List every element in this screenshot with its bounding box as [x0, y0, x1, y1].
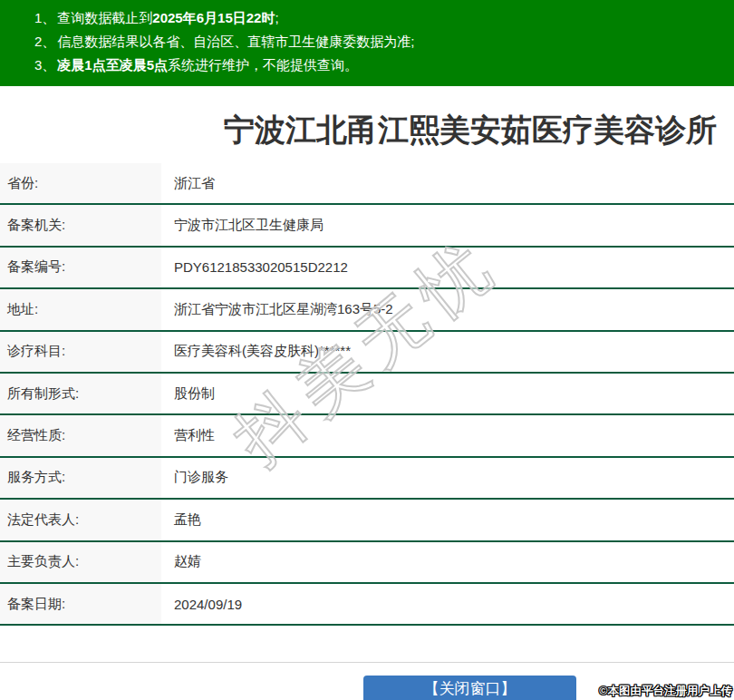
table-row: 诊疗科目:医疗美容科(美容皮肤科)****** — [0, 332, 734, 374]
table-row: 法定代表人:孟艳 — [0, 500, 734, 541]
table-row: 服务方式:门诊服务 — [0, 458, 734, 500]
row-label: 诊疗科目: — [0, 332, 161, 372]
row-value: 孟艳 — [174, 511, 201, 529]
notice-list: 1、查询数据截止到2025年6月15日22时;2、信息数据结果以各省、自治区、直… — [0, 0, 734, 77]
row-value: 医疗美容科(美容皮肤科)****** — [174, 343, 351, 360]
row-label: 主要负责人: — [0, 542, 161, 582]
row-label: 备案编号: — [0, 248, 161, 287]
notice-item: 1、查询数据截止到2025年6月15日22时; — [34, 6, 734, 30]
row-label: 法定代表人: — [0, 500, 161, 540]
page: 1、查询数据截止到2025年6月15日22时;2、信息数据结果以各省、自治区、直… — [0, 0, 734, 700]
row-value: PDY61218533020515D2212 — [174, 259, 348, 275]
row-label: 备案日期: — [0, 584, 161, 624]
table-row: 备案编号:PDY61218533020515D2212 — [0, 248, 734, 289]
row-value: 浙江省 — [174, 175, 215, 192]
row-label: 省份: — [0, 163, 161, 203]
bottom-divider — [0, 662, 734, 663]
table-row: 省份:浙江省 — [0, 163, 734, 205]
row-value: 股份制 — [174, 385, 215, 403]
row-label: 所有制形式: — [0, 374, 161, 413]
notice-item: 3、凌晨1点至凌晨5点系统进行维护，不能提供查询。 — [34, 53, 734, 77]
row-label: 经营性质: — [0, 415, 161, 455]
row-value: 宁波市江北区卫生健康局 — [174, 217, 324, 234]
table-row: 地址:浙江省宁波市江北区星湖湾163号5-2 — [0, 289, 734, 331]
row-label: 服务方式: — [0, 458, 161, 498]
table-row: 主要负责人:赵婧 — [0, 542, 734, 584]
row-value: 浙江省宁波市江北区星湖湾163号5-2 — [174, 301, 393, 318]
table-row: 备案机关:宁波市江北区卫生健康局 — [0, 205, 734, 247]
notice-item: 2、信息数据结果以各省、自治区、直辖市卫生健康委数据为准; — [34, 30, 734, 53]
row-value: 门诊服务 — [174, 469, 228, 486]
table-row: 经营性质:营利性 — [0, 415, 734, 457]
row-label: 地址: — [0, 289, 161, 329]
close-window-button[interactable]: 【关闭窗口】 — [363, 676, 576, 700]
notice-bar: 1、查询数据截止到2025年6月15日22时;2、信息数据结果以各省、自治区、直… — [0, 0, 734, 86]
row-label: 备案机关: — [0, 205, 161, 245]
upload-credit: ©本图由平台注册用户上传 — [599, 684, 732, 699]
row-value: 2024/09/19 — [174, 597, 242, 612]
table-row: 备案日期:2024/09/19 — [0, 584, 734, 626]
row-value: 赵婧 — [174, 553, 201, 570]
table-row: 所有制形式:股份制 — [0, 374, 734, 415]
row-value: 营利性 — [174, 427, 215, 444]
content-area: 1、查询数据截止到2025年6月15日22时;2、信息数据结果以各省、自治区、直… — [0, 0, 734, 700]
page-title: 宁波江北甬江熙美安茹医疗美容诊所 — [0, 107, 734, 152]
info-table: 省份:浙江省备案机关:宁波市江北区卫生健康局备案编号:PDY6121853302… — [0, 163, 734, 626]
